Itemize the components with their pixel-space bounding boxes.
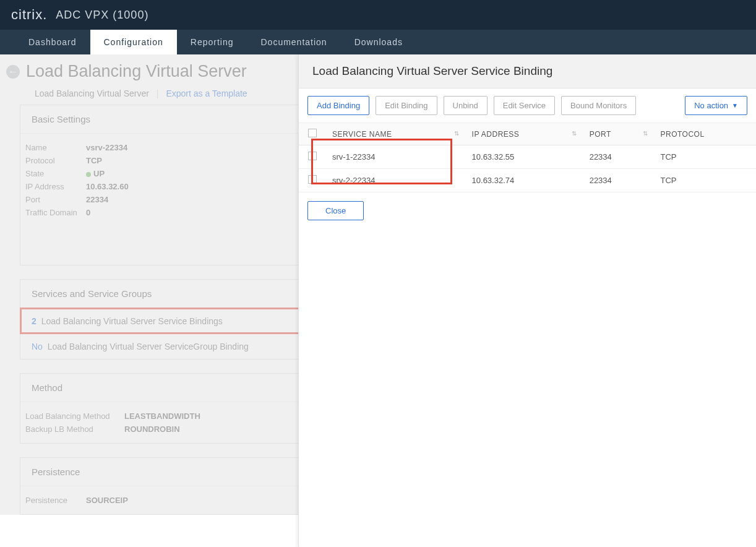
tab-documentation[interactable]: Documentation [247, 30, 340, 54]
label-persistence: Persistence [25, 496, 86, 505]
cell-service-name: srv-1-22334 [326, 145, 466, 169]
cell-service-name: srv-2-22334 [326, 169, 466, 192]
sort-icon: ⇅ [454, 130, 460, 137]
servicegroup-label: Load Balancing Virtual Server ServiceGro… [48, 342, 249, 351]
modal-toolbar: Add Binding Edit Binding Unbind Edit Ser… [299, 88, 756, 123]
no-action-dropdown[interactable]: No action ▼ [685, 96, 747, 115]
modal-title: Load Balancing Virtual Server Service Bi… [299, 54, 756, 88]
label-protocol: Protocol [25, 156, 86, 165]
label-name: Name [25, 143, 86, 152]
row-checkbox[interactable] [308, 175, 317, 184]
value-ip: 10.63.32.60 [86, 182, 129, 191]
product-name: ADC VPX (1000) [56, 9, 148, 22]
value-persistence: SOURCEIP [86, 496, 128, 505]
cell-protocol: TCP [655, 145, 757, 169]
label-port: Port [25, 195, 86, 204]
tab-dashboard[interactable]: Dashboard [15, 30, 90, 54]
cell-ip: 10.63.32.55 [466, 145, 583, 169]
cell-port: 22334 [583, 145, 655, 169]
label-lb-method: Load Balancing Method [25, 411, 124, 421]
value-protocol: TCP [86, 156, 102, 165]
no-action-label: No action [694, 101, 728, 110]
service-bindings-count: 2 [32, 316, 37, 326]
cell-port: 22334 [583, 169, 655, 192]
col-ip-address[interactable]: IP ADDRESS⇅ [466, 123, 583, 145]
add-binding-button[interactable]: Add Binding [307, 96, 369, 115]
cell-ip: 10.63.32.74 [466, 169, 583, 192]
col-service-name[interactable]: SERVICE NAME⇅ [326, 123, 466, 145]
sort-icon: ⇅ [643, 130, 648, 137]
binding-modal: Load Balancing Virtual Server Service Bi… [298, 54, 756, 547]
nav-bar: Dashboard Configuration Reporting Docume… [0, 30, 756, 54]
table-row[interactable]: srv-1-22334 10.63.32.55 22334 TCP [299, 145, 756, 169]
page-title: Load Balancing Virtual Server [26, 62, 247, 81]
bound-monitors-button[interactable]: Bound Monitors [561, 96, 636, 115]
top-bar: citrix. ADC VPX (1000) [0, 0, 756, 30]
col-port[interactable]: PORT⇅ [583, 123, 655, 145]
tab-configuration[interactable]: Configuration [90, 30, 177, 54]
chevron-down-icon: ▼ [732, 102, 738, 109]
logo: citrix. [11, 7, 47, 23]
select-all-checkbox[interactable] [308, 129, 317, 137]
label-state: State [25, 169, 86, 178]
row-checkbox[interactable] [308, 152, 317, 160]
value-backup-lb: ROUNDROBIN [124, 424, 180, 434]
cell-protocol: TCP [655, 169, 757, 192]
value-traffic-domain: 0 [86, 208, 90, 217]
label-backup-lb: Backup LB Method [25, 424, 124, 434]
label-traffic-domain: Traffic Domain [25, 208, 86, 217]
unbind-button[interactable]: Unbind [444, 96, 488, 115]
breadcrumb-label: Load Balancing Virtual Server [35, 88, 149, 98]
back-icon[interactable]: ← [6, 65, 20, 79]
col-protocol[interactable]: PROTOCOL [655, 123, 757, 145]
value-lb-method: LEASTBANDWIDTH [124, 411, 200, 421]
export-template-link[interactable]: Export as a Template [166, 88, 247, 98]
servicegroup-count: No [32, 342, 43, 351]
close-button[interactable]: Close [307, 201, 364, 220]
value-port: 22334 [86, 195, 108, 204]
table-row[interactable]: srv-2-22334 10.63.32.74 22334 TCP [299, 169, 756, 192]
edit-binding-button[interactable]: Edit Binding [376, 96, 437, 115]
tab-downloads[interactable]: Downloads [341, 30, 416, 54]
value-state: UP [86, 169, 105, 178]
sort-icon: ⇅ [572, 130, 577, 137]
tab-reporting[interactable]: Reporting [177, 30, 247, 54]
edit-service-button[interactable]: Edit Service [494, 96, 555, 115]
value-name: vsrv-22334 [86, 143, 127, 152]
bindings-table: SERVICE NAME⇅ IP ADDRESS⇅ PORT⇅ PROTOCOL… [299, 123, 756, 192]
service-bindings-label: Load Balancing Virtual Server Service Bi… [41, 316, 223, 326]
label-ip: IP Address [25, 182, 86, 191]
